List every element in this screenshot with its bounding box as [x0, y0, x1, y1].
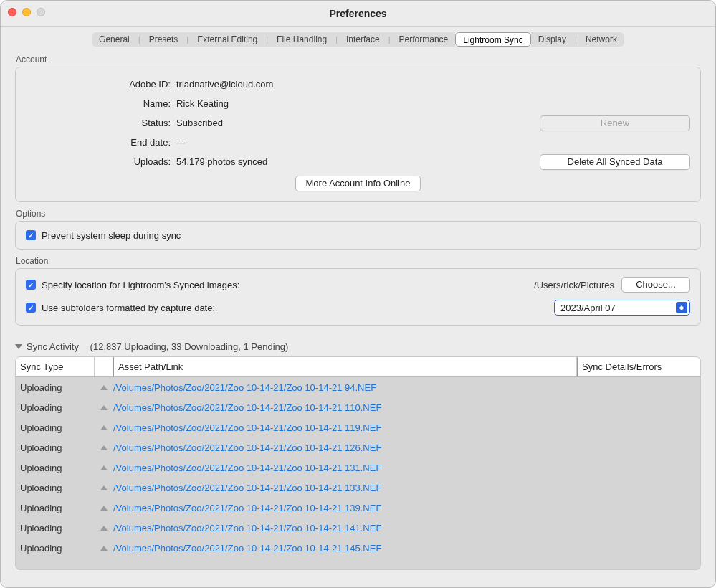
tab-performance[interactable]: Performance [392, 32, 456, 47]
tab-network[interactable]: Network [578, 32, 624, 47]
asset-path-link[interactable]: /Volumes/Photos/Zoo/2021/Zoo 10-14-21/Zo… [113, 402, 577, 413]
table-row[interactable]: Uploading/Volumes/Photos/Zoo/2021/Zoo 10… [16, 437, 700, 457]
tab-external-editing[interactable]: External Editing [190, 32, 264, 47]
updown-caret-icon [676, 302, 687, 313]
table-row[interactable]: Uploading/Volumes/Photos/Zoo/2021/Zoo 10… [16, 377, 700, 397]
location-legend: Location [16, 256, 48, 266]
specify-location-label: Specify location for Lightroom's Synced … [42, 280, 239, 290]
name-value: Rick Keating [176, 98, 525, 109]
upload-icon [95, 425, 113, 430]
asset-path-link[interactable]: /Volumes/Photos/Zoo/2021/Zoo 10-14-21/Zo… [113, 422, 577, 433]
close-window-button[interactable] [8, 8, 16, 16]
renew-button[interactable]: Renew [540, 115, 690, 131]
use-subfolders-checkbox[interactable]: ✓ [26, 303, 36, 313]
sync-type-cell: Uploading [16, 463, 95, 473]
adobe-id-value: triadnative@icloud.com [176, 79, 525, 90]
tab-general[interactable]: General [92, 32, 137, 47]
col-asset-path-header[interactable]: Asset Path/Link [113, 357, 577, 376]
asset-path-link[interactable]: /Volumes/Photos/Zoo/2021/Zoo 10-14-21/Zo… [113, 463, 577, 473]
account-group: Account Adobe ID: triadnative@icloud.com… [15, 67, 701, 202]
sync-type-cell: Uploading [16, 382, 95, 393]
location-path: /Users/rick/Pictures [534, 280, 614, 290]
tab-display[interactable]: Display [531, 32, 573, 47]
tabstrip: General|Presets|External Editing|File Ha… [92, 32, 624, 47]
prevent-sleep-row[interactable]: ✓ Prevent system sleep during sync [26, 226, 690, 245]
table-row[interactable]: Uploading/Volumes/Photos/Zoo/2021/Zoo 10… [16, 478, 700, 498]
asset-path-link[interactable]: /Volumes/Photos/Zoo/2021/Zoo 10-14-21/Zo… [113, 523, 577, 534]
status-label: Status: [26, 118, 176, 128]
tab-presets[interactable]: Presets [142, 32, 186, 47]
sync-table-body: Uploading/Volumes/Photos/Zoo/2021/Zoo 10… [16, 377, 700, 558]
table-row[interactable]: Uploading/Volumes/Photos/Zoo/2021/Zoo 10… [16, 538, 700, 558]
table-row[interactable]: Uploading/Volumes/Photos/Zoo/2021/Zoo 10… [16, 518, 700, 538]
sync-activity-header[interactable]: Sync Activity (12,837 Uploading, 33 Down… [15, 341, 701, 352]
minimize-window-button[interactable] [22, 8, 31, 16]
prevent-sleep-label: Prevent system sleep during sync [42, 230, 181, 241]
sync-type-cell: Uploading [16, 402, 95, 413]
asset-path-link[interactable]: /Volumes/Photos/Zoo/2021/Zoo 10-14-21/Zo… [113, 483, 577, 493]
table-row[interactable]: Uploading/Volumes/Photos/Zoo/2021/Zoo 10… [16, 457, 700, 478]
use-subfolders-label: Use subfolders formatted by capture date… [42, 303, 215, 313]
zoom-window-button-disabled [37, 8, 45, 16]
account-legend: Account [16, 54, 47, 65]
col-sync-details-header[interactable]: Sync Details/Errors [577, 357, 700, 376]
upload-icon [95, 485, 113, 490]
disclosure-triangle-icon [15, 344, 22, 349]
tab-file-handling[interactable]: File Handling [269, 32, 334, 47]
sync-table-header: Sync Type Asset Path/Link Sync Details/E… [16, 357, 700, 377]
options-legend: Options [16, 209, 45, 219]
prevent-sleep-checkbox[interactable]: ✓ [26, 230, 36, 240]
delete-all-synced-data-button[interactable]: Delete All Synced Data [540, 154, 690, 170]
asset-path-link[interactable]: /Volumes/Photos/Zoo/2021/Zoo 10-14-21/Zo… [113, 382, 577, 393]
specify-location-checkbox[interactable]: ✓ [26, 280, 36, 290]
table-row[interactable]: Uploading/Volumes/Photos/Zoo/2021/Zoo 10… [16, 498, 700, 518]
tab-lightroom-sync[interactable]: Lightroom Sync [455, 32, 530, 47]
choose-location-button[interactable]: Choose... [621, 277, 690, 293]
sync-type-cell: Uploading [16, 442, 95, 453]
sync-type-cell: Uploading [16, 422, 95, 433]
status-value: Subscribed [176, 118, 525, 128]
table-row[interactable]: Uploading/Volumes/Photos/Zoo/2021/Zoo 10… [16, 397, 700, 417]
asset-path-link[interactable]: /Volumes/Photos/Zoo/2021/Zoo 10-14-21/Zo… [113, 503, 577, 513]
name-label: Name: [26, 98, 176, 109]
sync-type-cell: Uploading [16, 523, 95, 534]
upload-icon [95, 526, 113, 531]
uploads-value: 54,179 photos synced [176, 156, 525, 167]
sync-table-footer [16, 558, 700, 569]
asset-path-link[interactable]: /Volumes/Photos/Zoo/2021/Zoo 10-14-21/Zo… [113, 543, 577, 554]
sync-activity-panel: Sync Type Asset Path/Link Sync Details/E… [15, 356, 701, 570]
upload-icon [95, 506, 113, 511]
more-account-info-button[interactable]: More Account Info Online [295, 176, 421, 191]
upload-icon [95, 385, 113, 390]
upload-icon [95, 546, 113, 551]
upload-icon [95, 465, 113, 470]
col-sync-type-header[interactable]: Sync Type [16, 357, 95, 376]
tab-interface[interactable]: Interface [339, 32, 387, 47]
tabs-row: General|Presets|External Editing|File Ha… [1, 27, 715, 47]
uploads-label: Uploads: [26, 156, 176, 167]
date-format-select[interactable]: 2023/April 07 [554, 300, 690, 316]
sync-type-cell: Uploading [16, 543, 95, 554]
upload-icon [95, 445, 113, 450]
upload-icon [95, 405, 113, 410]
location-group: Location ✓ Specify location for Lightroo… [15, 268, 701, 326]
sync-type-cell: Uploading [16, 483, 95, 493]
window-title: Preferences [329, 8, 386, 19]
traffic-lights [8, 8, 45, 16]
end-date-label: End date: [26, 137, 176, 148]
asset-path-link[interactable]: /Volumes/Photos/Zoo/2021/Zoo 10-14-21/Zo… [113, 442, 577, 453]
preferences-window: Preferences General|Presets|External Edi… [0, 0, 716, 588]
table-row[interactable]: Uploading/Volumes/Photos/Zoo/2021/Zoo 10… [16, 417, 700, 437]
sync-type-cell: Uploading [16, 503, 95, 513]
sync-activity-counts: (12,837 Uploading, 33 Downloading, 1 Pen… [90, 341, 289, 352]
sync-activity-label: Sync Activity [27, 341, 79, 352]
options-group: Options ✓ Prevent system sleep during sy… [15, 221, 701, 250]
end-date-value: --- [176, 137, 525, 148]
adobe-id-label: Adobe ID: [26, 79, 176, 90]
date-format-value: 2023/April 07 [560, 303, 616, 313]
titlebar: Preferences [1, 1, 715, 27]
